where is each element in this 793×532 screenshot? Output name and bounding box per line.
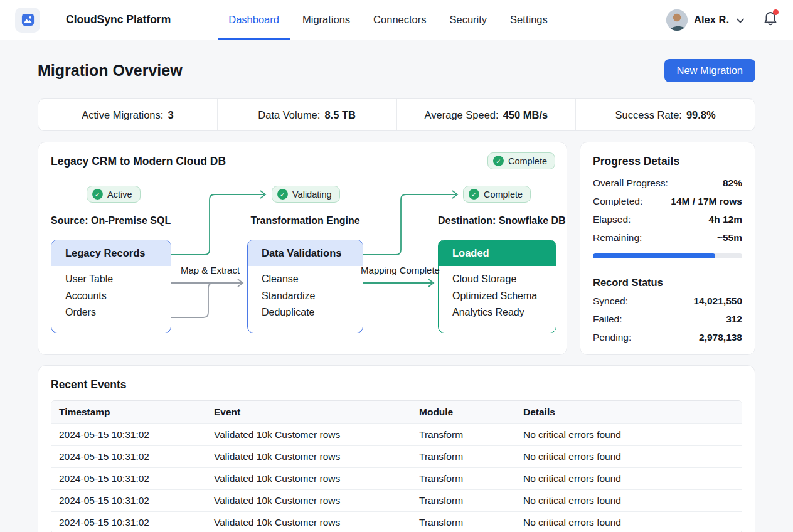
nav-item-migrations[interactable]: Migrations [302, 0, 350, 40]
badge-label: Validating [292, 189, 332, 200]
stat-average-speed: Average Speed: 450 MB/s [397, 99, 577, 130]
table-row[interactable]: 2024-05-15 10:31:02Validated 10k Custome… [51, 446, 742, 468]
table-cell: No critical errors found [516, 424, 742, 446]
table-cell: Transform [412, 512, 516, 532]
table-cell: Transform [412, 490, 516, 512]
table-cell: Validated 10k Customer rows [206, 490, 412, 512]
stage-badge-transform: ✓ Validating [272, 186, 340, 203]
nav-item-dashboard[interactable]: Dashboard [228, 0, 279, 40]
table-cell: 2024-05-15 10:31:02 [51, 424, 206, 446]
stat-label: Active Migrations: [82, 109, 163, 121]
table-cell: Transform [412, 424, 516, 446]
row-label: Failed: [593, 314, 622, 325]
table-row[interactable]: 2024-05-15 10:31:02Validated 10k Custome… [51, 512, 742, 532]
column-header-details[interactable]: Details [516, 401, 742, 424]
node-item-list: User TableAccountsOrders [51, 266, 171, 321]
node-legacy-records[interactable]: Legacy Records User TableAccountsOrders [51, 240, 171, 333]
table-row[interactable]: 2024-05-15 10:31:02Validated 10k Custome… [51, 468, 742, 490]
progress-bar-track [593, 253, 742, 258]
check-icon: ✓ [493, 156, 504, 166]
column-header-module[interactable]: Module [412, 401, 516, 424]
chevron-down-icon[interactable] [737, 18, 744, 23]
column-header-timestamp[interactable]: Timestamp [51, 401, 206, 424]
brand-title: CloudSync Platform [66, 13, 171, 26]
record-row-synced: Synced: 14,021,550 [593, 295, 742, 307]
new-migration-button[interactable]: New Migration [664, 59, 755, 82]
node-item-list: CleanseStandardizeDeduplicate [248, 266, 363, 321]
panel-divider [593, 270, 742, 270]
progress-row-completed: Completed: 14M / 17M rows [593, 196, 742, 207]
nav-item-connectors[interactable]: Connectors [373, 0, 426, 40]
pipeline-diagram: ✓ Active Source: On-Premise SQL Legacy R… [51, 179, 554, 338]
table-row[interactable]: 2024-05-15 10:31:02Validated 10k Custome… [51, 490, 742, 512]
progress-card-title: Progress Details [593, 155, 742, 168]
node-title: Loaded [439, 240, 556, 266]
node-data-validations[interactable]: Data Validations CleanseStandardizeDedup… [247, 240, 363, 333]
table-cell: Transform [412, 446, 516, 468]
row-value: 14,021,550 [693, 295, 742, 307]
row-label: Overall Progress: [593, 178, 668, 189]
node-item: Cloud Storage [452, 271, 556, 288]
node-item-list: Cloud StorageOptimized SchemaAnalytics R… [439, 266, 556, 321]
table-cell: Validated 10k Customer rows [206, 468, 412, 490]
avatar[interactable] [666, 9, 688, 31]
stats-bar: Active Migrations: 3 Data Volume: 8.5 TB… [38, 98, 755, 131]
node-item: Analytics Ready [452, 304, 556, 321]
stat-value: 8.5 TB [324, 109, 356, 121]
table-header-row: Timestamp Event Module Details [51, 401, 742, 424]
node-item: Orders [65, 304, 171, 321]
node-loaded[interactable]: Loaded Cloud StorageOptimized SchemaAnal… [438, 240, 556, 333]
table-cell: 2024-05-15 10:31:02 [51, 490, 206, 512]
user-name[interactable]: Alex R. [694, 14, 729, 26]
node-item: User Table [65, 271, 171, 288]
table-cell: No critical errors found [516, 446, 742, 468]
table-row[interactable]: 2024-05-15 10:31:02Validated 10k Custome… [51, 424, 742, 446]
stage-badge-source: ✓ Active [87, 186, 141, 203]
check-icon: ✓ [469, 189, 479, 200]
stage-badge-destination: ✓ Complete [463, 186, 531, 203]
main-nav: Dashboard Migrations Connectors Security… [228, 0, 570, 40]
column-header-event[interactable]: Event [206, 401, 412, 424]
stage-label-destination: Destination: Snowflake DB [438, 215, 556, 226]
flow-status-badge: ✓ Complete [487, 152, 555, 169]
row-value: 4h 12m [709, 214, 742, 225]
node-item: Standardize [262, 288, 363, 305]
row-label: Remaining: [593, 232, 642, 243]
node-item: Accounts [65, 288, 171, 305]
image-icon [21, 13, 35, 27]
stat-success-rate: Success Rate: 99.8% [576, 99, 755, 130]
table-cell: 2024-05-15 10:31:02 [51, 446, 206, 468]
table-cell: No critical errors found [516, 512, 742, 532]
table-cell: 2024-05-15 10:31:02 [51, 468, 206, 490]
table-cell: No critical errors found [516, 468, 742, 490]
row-value: 82% [723, 178, 742, 189]
row-value: 14M / 17M rows [671, 196, 742, 207]
table-cell: 2024-05-15 10:31:02 [51, 512, 206, 532]
node-item: Deduplicate [262, 304, 363, 321]
nav-item-settings[interactable]: Settings [510, 0, 548, 40]
row-label: Completed: [593, 196, 642, 207]
stage-label-source: Source: On-Premise SQL [51, 215, 171, 226]
page-header: Migration Overview New Migration [38, 59, 755, 82]
notifications-button[interactable] [763, 11, 778, 29]
node-item: Cleanse [262, 271, 363, 288]
stat-label: Success Rate: [615, 109, 682, 121]
app-logo[interactable] [15, 8, 40, 33]
stat-value: 450 MB/s [503, 109, 548, 121]
stage-label-transform: Transformation Engine [247, 215, 363, 226]
top-navigation: CloudSync Platform Dashboard Migrations … [0, 0, 793, 40]
record-row-pending: Pending: 2,978,138 [593, 332, 742, 343]
page-content: Migration Overview New Migration Active … [0, 59, 793, 532]
stat-data-volume: Data Volume: 8.5 TB [218, 99, 397, 130]
events-table: Timestamp Event Module Details 2024-05-1… [51, 400, 742, 532]
nav-item-security[interactable]: Security [450, 0, 487, 40]
check-icon: ✓ [92, 189, 103, 200]
table-cell: Transform [412, 468, 516, 490]
connector-label-map-extract: Map & Extract [169, 265, 251, 275]
progress-row-elapsed: Elapsed: 4h 12m [593, 214, 742, 225]
flow-card-title: Legacy CRM to Modern Cloud DB [51, 155, 554, 168]
record-row-failed: Failed: 312 [593, 314, 742, 325]
row-value: 2,978,138 [699, 332, 742, 343]
stat-active-migrations: Active Migrations: 3 [38, 99, 218, 130]
badge-label: Active [107, 189, 132, 200]
